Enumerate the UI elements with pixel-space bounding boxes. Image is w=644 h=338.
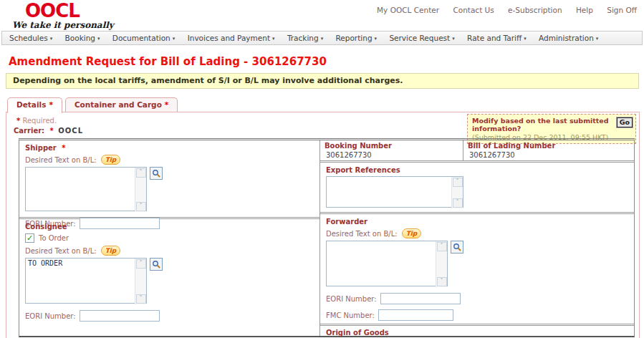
forwarder-fmc-input[interactable] [378,309,453,321]
forwarder-fmc-field: FMC Number: [326,309,628,321]
forwarder-textarea-wrap: ˄ ˅ [326,241,448,288]
chevron-down-icon: ▾ [596,36,599,42]
tip-icon[interactable]: Tip [101,246,121,256]
chevron-down-icon: ▾ [375,36,378,42]
modify-question: Modify based on the last submitted infor… [472,117,632,132]
scroll-up-arrow-icon[interactable]: ˄ [437,242,447,251]
chevron-down-icon: ▾ [524,36,527,42]
scrollbar[interactable]: ˄ ˅ [135,259,146,304]
fmc-label: FMC Number: [326,312,375,319]
required-asterisk: * [16,117,20,125]
eori-label: EORI Number: [326,295,377,303]
chevron-down-icon: ▾ [97,36,100,42]
nav-administration[interactable]: Administration▾ [539,32,598,45]
nav-schedules-label: Schedules [9,34,48,42]
nav-invoices-and-payment[interactable]: Invoices and Payment▾ [188,32,275,45]
required-legend-text: Required. [22,117,57,125]
details-tab-panel: * Required. Carrier: * OOCL Modify based… [6,112,640,338]
scroll-down-arrow-icon[interactable]: ˅ [136,294,146,304]
shipper-search-button[interactable] [150,167,163,180]
required-asterisk: * [49,100,53,109]
forwarder-section: Forwarder Desired Text on B/L: Tip ˄ ˅ [320,214,634,326]
carrier-label: Carrier: [14,127,44,135]
bol-number-value: 3061267730 [469,151,630,159]
scroll-down-arrow-icon[interactable]: ˅ [136,202,146,211]
forwarder-eori-input[interactable] [380,293,461,304]
scroll-up-arrow-icon[interactable]: ˄ [453,178,463,187]
tab-bar: Details* Container and Cargo* [7,97,178,113]
form-right-column: Booking Number 3061267730 Bill of Lading… [320,140,634,336]
magnifier-icon [152,260,161,269]
consignee-desired-text-input[interactable]: TO ORDER [25,258,147,304]
desired-text-label: Desired Text on B/L: [25,156,97,164]
shipper-desired-text-label: Desired Text on B/L: Tip [25,155,314,165]
shipper-desired-text-input[interactable] [25,167,147,211]
scrollbar[interactable]: ˄ ˅ [135,168,146,212]
shipper-title-text: Shipper [25,144,57,152]
site-header: OOCL ✿ We take it personally My OOCL Cen… [0,0,644,30]
shipper-section-title: Shipper * [25,144,314,152]
desired-text-label: Desired Text on B/L: [326,230,398,238]
tip-icon[interactable]: Tip [101,155,121,165]
scrollbar[interactable]: ˄ ˅ [451,177,463,208]
consignee-eori-input[interactable] [80,310,160,322]
nav-rate-and-tariff[interactable]: Rate and Tariff▾ [467,32,527,45]
link-contact-us[interactable]: Contact Us [453,6,494,14]
forwarder-search-button[interactable] [451,241,463,254]
required-asterisk: * [165,100,169,109]
chevron-down-icon: ▾ [272,36,275,42]
chevron-down-icon: ▾ [173,36,176,42]
link-e-subscription[interactable]: e-Subscription [508,6,562,14]
nav-tracking[interactable]: Tracking▾ [287,32,323,45]
tab-container-and-cargo[interactable]: Container and Cargo* [65,97,178,112]
nav-reporting-label: Reporting [336,34,373,42]
consignee-search-button[interactable] [150,258,163,271]
chevron-down-icon: ▾ [321,36,324,42]
chevron-down-icon: ▾ [50,36,53,42]
origin-of-goods-section: Origin of Goods [320,326,634,338]
forwarder-eori-field: EORI Number: [326,293,628,304]
go-button[interactable]: Go [617,117,633,127]
link-my-oocl-center[interactable]: My OOCL Center [377,6,439,14]
export-references-input[interactable] [326,176,463,208]
nav-booking[interactable]: Booking▾ [65,32,100,45]
form-left-column: Shipper * Desired Text on B/L: Tip ˄ ˅ [19,140,320,336]
oocl-logo[interactable]: OOCL ✿ [25,1,80,20]
scroll-down-arrow-icon[interactable]: ˅ [437,277,447,286]
magnifier-icon [453,243,462,252]
required-legend: * Required. [14,117,57,125]
bol-number-cell: Bill of Lading Number 3061267730 [463,140,634,160]
tab-container-cargo-label: Container and Cargo [75,100,162,109]
to-order-checkbox[interactable]: ✓ [25,233,34,243]
tab-details-label: Details [16,100,46,109]
brand-tagline: We take it personally [12,20,114,30]
utility-links: My OOCL Center Contact Us e-Subscription… [365,6,637,14]
scrollbar[interactable]: ˄ ˅ [436,241,447,287]
scroll-down-arrow-icon[interactable]: ˅ [453,198,463,208]
scroll-up-arrow-icon[interactable]: ˄ [136,168,146,178]
link-help[interactable]: Help [576,6,593,14]
shipper-textarea-wrap: ˄ ˅ [25,167,147,213]
export-references-textarea-wrap: ˄ ˅ [326,176,463,209]
tab-details[interactable]: Details* [7,97,62,113]
nav-service-request[interactable]: Service Request▾ [389,32,454,45]
magnifier-icon [152,169,161,178]
nav-documentation[interactable]: Documentation▾ [112,32,175,45]
to-order-field: ✓ To Order [25,233,314,243]
consignee-section: Consignee ✓ To Order Desired Text on B/L… [19,219,319,336]
booking-number-cell: Booking Number 3061267730 [320,140,463,160]
main-nav: Schedules▾ Booking▾ Documentation▾ Invoi… [1,31,643,45]
forwarder-desired-text-input[interactable] [326,241,448,286]
nav-reporting[interactable]: Reporting▾ [336,32,378,45]
booking-number-label: Booking Number [325,142,458,150]
nav-administration-label: Administration [539,34,594,42]
oocl-logo-text: OOCL [25,0,80,21]
nav-schedules[interactable]: Schedules▾ [9,32,52,45]
scroll-up-arrow-icon[interactable]: ˄ [136,259,146,269]
tip-icon[interactable]: Tip [402,228,422,238]
link-sign-off[interactable]: Sign Off [607,6,637,14]
consignee-eori-field: EORI Number: [25,310,314,322]
shipper-section: Shipper * Desired Text on B/L: Tip ˄ ˅ [19,140,319,219]
required-asterisk: * [50,127,54,135]
export-references-title: Export References [326,166,628,174]
